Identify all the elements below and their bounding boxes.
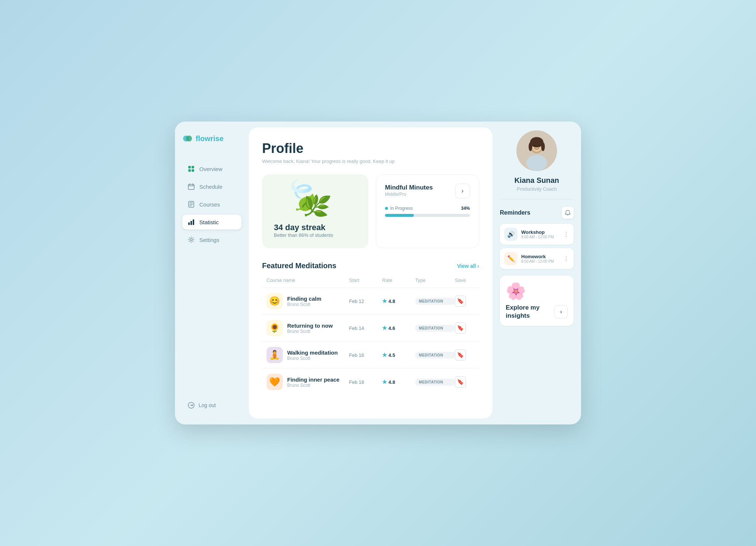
section-title: Featured Meditations: [262, 262, 336, 270]
course-thumb-3: 🧘: [267, 347, 283, 363]
cards-row: 🍃 🌿 34 day streak Better than 86% of stu…: [262, 174, 479, 248]
sidebar-item-overview[interactable]: Overview: [182, 161, 241, 176]
table-row[interactable]: 😊 Finding calm Bruno Scott Feb 12 ★ 4.8 …: [262, 287, 479, 314]
bookmark-button-3[interactable]: 🔖: [455, 349, 466, 361]
col-type: Type: [415, 277, 455, 283]
streak-days: 34 day streak: [274, 223, 357, 232]
svg-rect-6: [188, 184, 194, 190]
avatar-image: [516, 130, 557, 171]
svg-point-21: [538, 145, 540, 147]
col-rate: Rate: [382, 277, 415, 283]
reminder-name-2: Homework: [521, 254, 560, 259]
course-date-4: Feb 18: [349, 379, 382, 385]
course-card-level: Middle/Pro: [385, 192, 433, 197]
progress-bar: [385, 214, 470, 217]
star-icon: ★: [382, 352, 387, 358]
svg-point-1: [186, 136, 192, 141]
flower-icon: 🌸: [506, 281, 526, 301]
featured-meditations-header: Featured Meditations View all ›: [262, 262, 479, 270]
svg-rect-5: [192, 169, 194, 172]
course-author-4: Bruno Scott: [287, 383, 340, 388]
user-name: Kiana Sunan: [514, 176, 559, 185]
course-card: Mindful Minutes Middle/Pro › In Progress…: [376, 174, 479, 248]
star-icon: ★: [382, 298, 387, 304]
course-card-header: Mindful Minutes Middle/Pro ›: [385, 184, 470, 198]
reminder-item-2[interactable]: ✏️ Homework 8:00 AM - 12:00 PM ⋮: [500, 248, 574, 269]
svg-point-18: [541, 142, 545, 151]
course-thumb-2: 🌻: [267, 320, 283, 336]
col-save: Save: [455, 277, 475, 283]
sidebar-item-schedule[interactable]: Schedule: [182, 179, 241, 194]
leaf-small-icon: 🌿: [300, 191, 332, 221]
svg-rect-9: [190, 221, 192, 225]
reminder-icon-1: 🔊: [504, 228, 518, 241]
page-title: Profile: [262, 141, 479, 156]
progress-section: In Progress 34%: [385, 206, 470, 217]
progress-label: In Progress: [385, 206, 413, 211]
svg-point-20: [534, 145, 535, 147]
app-container: flowrise Overview Schedule Courses: [175, 122, 581, 424]
table-header: Course name Start Rate Type Save: [262, 277, 479, 287]
insights-card: 🌸 Explore my insights ›: [500, 276, 574, 326]
user-role: Productivity Coach: [517, 186, 557, 192]
course-author-2: Bruno Scott: [287, 329, 333, 334]
page-subtitle: Welcome back, Kiana! Your progress is re…: [262, 158, 479, 164]
view-all-button[interactable]: View all ›: [457, 263, 479, 269]
course-card-title: Mindful Minutes: [385, 184, 433, 192]
course-name-3: Walking meditation: [287, 349, 338, 356]
course-date-1: Feb 12: [349, 298, 382, 304]
insights-nav-button[interactable]: ›: [554, 305, 568, 318]
svg-rect-3: [192, 166, 194, 168]
bell-button[interactable]: [562, 207, 574, 219]
reminder-menu-icon-1[interactable]: ⋮: [563, 231, 569, 238]
course-thumb-1: 😊: [267, 293, 283, 309]
sidebar-item-courses[interactable]: Courses: [182, 197, 241, 212]
reminder-item-1[interactable]: 🔊 Workshop 8:00 AM - 12:00 PM ⋮: [500, 224, 574, 245]
table-row[interactable]: 🌻 Returning to now Bruno Scott Feb 14 ★ …: [262, 314, 479, 341]
reminders-title: Reminders: [500, 209, 530, 216]
course-type-1: MEDITATION: [415, 298, 455, 305]
streak-card: 🍃 🌿 34 day streak Better than 86% of stu…: [262, 174, 368, 248]
reminder-menu-icon-2[interactable]: ⋮: [563, 255, 569, 262]
course-author-1: Bruno Scott: [287, 302, 322, 307]
bar-chart-icon: [188, 218, 195, 226]
reminders-header: Reminders: [500, 207, 574, 219]
sidebar-item-settings[interactable]: Settings: [182, 232, 241, 247]
svg-rect-8: [188, 222, 190, 225]
logo-text: flowrise: [196, 134, 224, 143]
logo-icon: [182, 133, 193, 144]
course-rating-2: ★ 4.6: [382, 325, 415, 331]
bookmark-button-1[interactable]: 🔖: [455, 296, 466, 307]
course-thumb-4: 🧡: [267, 374, 283, 390]
course-type-4: MEDITATION: [415, 379, 455, 386]
course-rating-4: ★ 4.8: [382, 379, 415, 385]
insights-title: Explore my insights: [506, 304, 554, 320]
course-author-3: Bruno Scott: [287, 356, 338, 361]
progress-dot-indicator: [385, 207, 388, 210]
course-name-2: Returning to now: [287, 323, 333, 329]
sidebar-item-statistic[interactable]: Statistic: [182, 215, 241, 229]
bookmark-button-2[interactable]: 🔖: [455, 323, 466, 334]
svg-point-11: [190, 239, 192, 241]
table-row[interactable]: 🧘 Walking meditation Bruno Scott Feb 16 …: [262, 341, 479, 368]
main-content: Profile Welcome back, Kiana! Your progre…: [249, 127, 492, 419]
grid-icon: [188, 165, 195, 173]
logo: flowrise: [182, 133, 241, 144]
course-type-2: MEDITATION: [415, 325, 455, 332]
svg-rect-4: [188, 169, 191, 172]
divider: [500, 199, 574, 199]
course-rating-3: ★ 4.5: [382, 352, 415, 358]
bookmark-button-4[interactable]: 🔖: [455, 376, 466, 388]
course-card-nav-button[interactable]: ›: [455, 184, 470, 198]
table-row[interactable]: 🧡 Finding inner peace Bruno Scott Feb 18…: [262, 368, 479, 395]
sidebar: flowrise Overview Schedule Courses: [175, 122, 249, 424]
sidebar-item-statistic-label: Statistic: [199, 219, 219, 225]
reminder-time-2: 8:00 AM - 12:00 PM: [521, 259, 560, 263]
svg-point-19: [526, 155, 547, 171]
sidebar-item-schedule-label: Schedule: [199, 184, 223, 190]
bell-icon: [565, 210, 571, 216]
star-icon: ★: [382, 379, 387, 385]
logout-button[interactable]: Log out: [182, 398, 241, 413]
course-name-4: Finding inner peace: [287, 376, 340, 383]
book-icon: [188, 201, 195, 208]
